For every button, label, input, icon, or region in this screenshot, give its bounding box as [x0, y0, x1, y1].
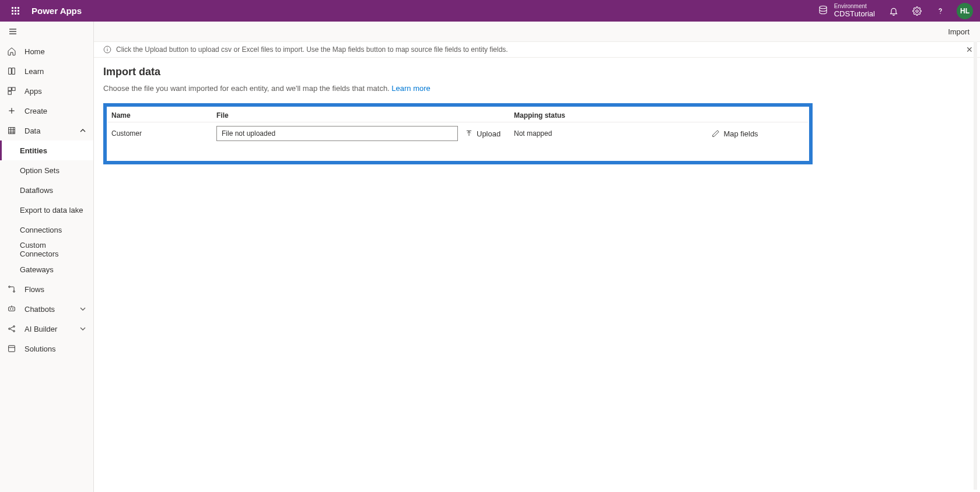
sidebar-item-label: Solutions	[24, 345, 55, 353]
sidebar-item-label: Dataflows	[20, 186, 53, 195]
sidebar-item-label: Data	[24, 126, 40, 135]
info-icon	[103, 45, 111, 54]
sidebar-item-label: Learn	[24, 67, 44, 76]
sidebar-item-label: Create	[24, 107, 47, 115]
svg-rect-18	[9, 307, 15, 311]
svg-point-1	[916, 10, 918, 12]
vertical-scrollbar[interactable]	[972, 41, 979, 490]
chevron-up-icon	[78, 126, 88, 135]
svg-point-23	[13, 326, 15, 328]
file-input[interactable]: File not uploaded	[216, 126, 458, 141]
edit-icon	[712, 129, 720, 138]
col-header-file: File	[213, 109, 461, 122]
sidebar-item-label: Custom Connectors	[20, 241, 86, 258]
sidebar-item-create[interactable]: Create	[0, 101, 93, 121]
sidebar-item-entities[interactable]: Entities	[0, 140, 93, 160]
svg-point-16	[9, 286, 10, 288]
col-header-name: Name	[108, 109, 213, 122]
upload-button[interactable]: Upload	[465, 129, 507, 138]
upload-label: Upload	[477, 129, 501, 138]
svg-line-25	[10, 327, 13, 329]
svg-point-22	[9, 328, 10, 330]
environment-name: CDSTutorial	[834, 10, 875, 19]
sidebar-item-label: Option Sets	[20, 166, 60, 175]
sidebar-item-label: Gateways	[20, 265, 54, 274]
svg-point-20	[12, 308, 13, 309]
sidebar-item-custom-connectors[interactable]: Custom Connectors	[0, 240, 93, 259]
entity-name-cell: Customer	[108, 122, 213, 145]
sidebar-item-apps[interactable]: Apps	[0, 81, 93, 101]
table-row: Customer File not uploaded Upload	[108, 122, 808, 145]
svg-point-24	[13, 331, 15, 332]
sidebar-item-label: Apps	[24, 87, 42, 96]
svg-point-2	[940, 13, 940, 13]
top-bar: Power Apps Environment CDSTutorial HL	[0, 0, 980, 22]
upload-icon	[465, 129, 473, 138]
sidebar-item-label: Home	[24, 47, 45, 56]
notifications-icon[interactable]	[882, 1, 905, 22]
col-header-status: Mapping status	[510, 109, 662, 122]
svg-line-26	[10, 329, 13, 331]
info-text: Click the Upload button to upload csv or…	[116, 45, 508, 54]
sidebar-item-label: Export to data lake	[20, 206, 83, 215]
sidebar-item-label: Chatbots	[24, 305, 55, 314]
sidebar-item-chatbots[interactable]: Chatbots	[0, 299, 93, 319]
import-button[interactable]: Import	[948, 27, 970, 36]
sidebar-item-data[interactable]: Data	[0, 121, 93, 140]
file-placeholder: File not uploaded	[222, 129, 275, 138]
sidebar-item-label: AI Builder	[24, 325, 57, 333]
sidebar-item-ai-builder[interactable]: AI Builder	[0, 319, 93, 339]
svg-point-30	[107, 48, 107, 48]
command-bar: Import	[94, 22, 980, 41]
svg-rect-6	[8, 87, 11, 90]
sidebar-item-home[interactable]: Home	[0, 41, 93, 61]
brand-title: Power Apps	[32, 6, 82, 16]
map-fields-label: Map fields	[723, 129, 758, 138]
sidebar-item-option-sets[interactable]: Option Sets	[0, 160, 93, 180]
sidebar-item-label: Flows	[24, 285, 44, 294]
sidebar-item-dataflows[interactable]: Dataflows	[0, 180, 93, 200]
page: Import data Choose the file you want imp…	[94, 58, 980, 492]
chevron-down-icon	[78, 324, 88, 333]
sidebar-item-solutions[interactable]: Solutions	[0, 339, 93, 359]
chevron-down-icon	[78, 304, 88, 314]
sidebar: Home Learn Apps Create Data Entities Opt…	[0, 22, 94, 492]
svg-point-0	[820, 6, 827, 9]
sidebar-item-learn[interactable]: Learn	[0, 61, 93, 81]
hamburger-icon[interactable]	[0, 22, 93, 41]
environment-icon	[818, 5, 828, 17]
highlighted-import-table: Name File Mapping status Customer	[103, 103, 813, 164]
content-area: Import Click the Upload button to upload…	[94, 22, 980, 492]
environment-picker[interactable]: Environment CDSTutorial	[811, 0, 882, 22]
svg-point-17	[13, 291, 15, 293]
sidebar-item-label: Connections	[20, 226, 62, 234]
sidebar-item-flows[interactable]: Flows	[0, 279, 93, 299]
svg-rect-8	[8, 92, 11, 94]
sidebar-item-export-lake[interactable]: Export to data lake	[0, 200, 93, 220]
map-fields-button[interactable]: Map fields	[712, 129, 758, 138]
avatar[interactable]: HL	[957, 3, 973, 19]
entities-table: Name File Mapping status Customer	[108, 109, 808, 145]
app-launcher-icon[interactable]	[5, 1, 26, 22]
mapping-status: Not mapped	[510, 122, 662, 145]
svg-rect-27	[9, 346, 15, 352]
settings-icon[interactable]	[905, 1, 929, 22]
learn-more-link[interactable]: Learn more	[391, 84, 430, 93]
help-icon[interactable]	[929, 1, 952, 22]
environment-label: Environment	[834, 3, 875, 10]
sidebar-item-gateways[interactable]: Gateways	[0, 259, 93, 279]
svg-point-19	[10, 308, 10, 309]
sidebar-item-label: Entities	[20, 146, 47, 155]
page-description: Choose the file you want imported for ea…	[103, 84, 971, 93]
svg-rect-11	[9, 128, 15, 134]
svg-rect-7	[12, 87, 15, 90]
sidebar-item-connections[interactable]: Connections	[0, 220, 93, 240]
info-bar: Click the Upload button to upload csv or…	[94, 41, 980, 58]
page-title: Import data	[103, 66, 971, 78]
